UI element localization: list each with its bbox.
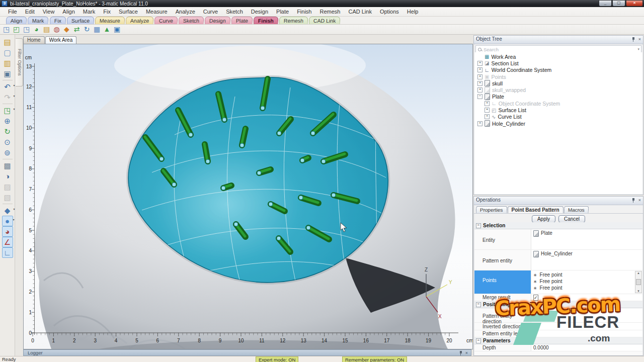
tree-item-work-area[interactable]: ▦Work Area [474,53,642,60]
open-file-icon[interactable]: ▤ [2,37,13,47]
cancel-button[interactable]: Cancel [558,215,585,223]
merge-result-checkbox[interactable]: ✓ [533,295,538,301]
view-sphere-icon[interactable]: ●▾ [2,216,13,226]
menu-design[interactable]: Design [247,8,272,16]
tree-item-section-list[interactable]: +◪Section List [474,60,642,66]
menu-mark[interactable]: Mark [79,8,99,16]
menu-fix[interactable]: Fix [99,8,115,16]
tree-expander[interactable]: + [477,61,482,66]
minimize-button[interactable]: _ [599,0,612,7]
tree-expander[interactable]: + [477,87,482,93]
operations-tab-macros[interactable]: Macros [564,206,589,213]
tree-item-skull_wrapped[interactable]: +skull_wrapped [474,86,642,93]
depth-value[interactable]: 0.0000 [531,344,642,351]
interactive-translate-icon[interactable]: ⇄ [72,25,81,34]
new-part-icon[interactable]: ◳ [2,25,11,34]
wireframe-icon[interactable]: ▧ [2,192,13,203]
zoom-in-icon[interactable]: ⊙ [2,137,13,147]
menu-help[interactable]: Help [403,8,423,16]
view-cube-icon[interactable]: ◆▾ [2,205,13,216]
ribbon-tab-align[interactable]: Align [6,17,27,24]
expert-mode-badge[interactable]: Expert mode: ON [256,356,298,362]
sphere-mark-icon[interactable]: ◍ [52,25,61,34]
tree-expander[interactable]: + [485,101,490,106]
menu-cad-link[interactable]: CAD Link [344,8,375,16]
menu-align[interactable]: Align [58,8,78,16]
menu-finish[interactable]: Finish [293,8,315,16]
tree-item-points[interactable]: +▣Points [474,73,642,80]
points-list[interactable]: ▲▼ ∗Free point∗Free point∗Free point [531,270,642,294]
open-project-icon[interactable]: ▥ [2,58,13,68]
analyze-icon[interactable]: ▲ [103,25,111,34]
ribbon-tab-plate[interactable]: Plate [231,17,253,24]
ribbon-tab-remesh[interactable]: Remesh [279,17,308,24]
ribbon-tab-analyze[interactable]: Analyze [125,17,153,24]
tree-expander[interactable]: + [477,67,482,72]
close-button[interactable]: × [626,0,643,7]
objtree-close-icon[interactable]: × [638,37,641,42]
ribbon-tab-cad-link[interactable]: CAD Link [309,17,341,24]
ribbon-tab-finish[interactable]: Finish [254,17,278,24]
render-scene-icon[interactable]: ▩ [2,160,13,171]
free-point-item[interactable]: ∗Free point [533,285,640,291]
tree-expander[interactable]: − [477,94,482,99]
tree-expander[interactable]: + [485,114,490,119]
rotate-icon[interactable]: ↻ [2,126,13,137]
logger-close-icon[interactable]: × [465,350,468,355]
entity-value[interactable]: Plate [531,229,642,249]
tree-item-skull[interactable]: +skull [474,80,642,86]
title-bar[interactable]: 3 bi-lateral_cranioplasty_Plate_NoHoles*… [0,0,644,7]
menu-view[interactable]: View [39,8,59,16]
tree-item-plate[interactable]: −Plate [474,94,642,100]
apply-button[interactable]: Apply [532,215,555,223]
undo-icon[interactable]: ↶▾ [2,81,13,92]
ribbon-tab-measure[interactable]: Measure [95,17,125,24]
measure-angle-icon[interactable]: ∠ [2,237,13,247]
marking-icon[interactable]: ◆ [62,25,71,34]
tree-item-curve-list[interactable]: +∿Curve List [474,114,642,120]
parameters-section-header[interactable]: −Parameters [474,337,642,344]
ribbon-tab-design[interactable]: Design [205,17,230,24]
menu-options[interactable]: Options [376,8,403,16]
tree-expander[interactable]: + [477,81,482,86]
tree-item-hole_cylinder[interactable]: +Hole_Cylinder [474,120,642,127]
redo-icon[interactable]: ↷▾ [2,92,13,103]
new-file-icon[interactable]: ▢ [2,47,13,58]
selection-section-header[interactable]: −Selection [474,222,642,229]
zoom-box-icon[interactable]: ⊚ [2,147,13,158]
screw-pin[interactable] [300,157,308,162]
pan-icon[interactable]: ⊕ [2,116,13,126]
save-icon[interactable]: ▣ [2,68,13,79]
points-scrollbar[interactable]: ▲▼ [635,271,642,293]
remember-parameters-badge[interactable]: Remember parameters: ON [342,356,407,362]
search-dropdown-icon[interactable]: ▾ [637,47,639,51]
menu-sketch[interactable]: Sketch [222,8,247,16]
viewport-tab-home[interactable]: Home [23,36,45,44]
pattern-icon[interactable]: ▦ [93,25,101,34]
free-point-item[interactable]: ∗Free point [533,272,640,278]
menu-curve[interactable]: Curve [199,8,222,16]
ribbon-tab-sketch[interactable]: Sketch [179,17,204,24]
logger-pin-icon[interactable] [459,351,463,355]
menu-analyze[interactable]: Analyze [172,8,199,16]
radio-y[interactable] [533,316,538,321]
menu-plate[interactable]: Plate [272,8,293,16]
filter-options-tab[interactable]: Filter Options [16,38,23,86]
ribbon-tab-mark[interactable]: Mark [28,17,49,24]
boolean-icon[interactable]: ↻ [83,25,91,34]
free-point-item[interactable]: ∗Free point [533,278,640,285]
ribbon-tab-fix[interactable]: Fix [49,17,66,24]
import-part-icon[interactable]: ◰ [12,25,21,34]
menu-measure[interactable]: Measure [142,8,172,16]
restore-button[interactable]: ▢ [612,0,625,7]
zoom-view-icon[interactable]: ◳▾ [2,105,13,116]
tree-item-object-coordinate-system[interactable]: +∟Object Coordinate System [474,100,642,107]
ribbon-tab-curve[interactable]: Curve [154,17,178,24]
operations-tab-point-based-pattern[interactable]: Point Based Pattern [508,206,564,213]
clipping-icon[interactable]: ◕ [2,226,13,237]
operations-pin-icon[interactable] [632,198,635,203]
annotate-icon[interactable]: ▣ [113,25,121,34]
operations-tab-properties[interactable]: Properties [476,206,507,213]
logger-bar[interactable]: Logger × [23,349,471,356]
objtree-pin-icon[interactable] [632,37,635,42]
